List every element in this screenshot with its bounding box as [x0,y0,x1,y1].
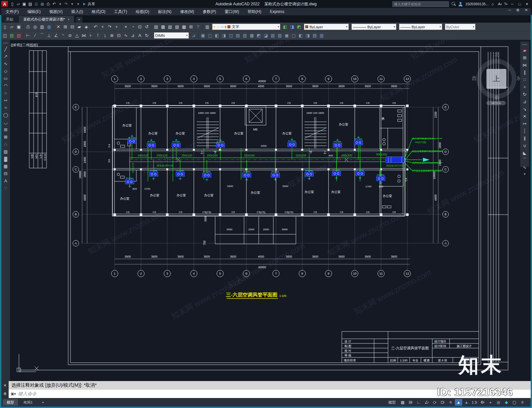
new-file-icon[interactable]: ▯ [1,23,8,30]
viewcube-top-face[interactable]: 上 [486,69,506,89]
polyline-icon[interactable]: ∿ [2,60,9,67]
search-icon[interactable] [451,2,456,6]
redo-drop-icon[interactable]: ▾ [113,23,120,30]
dim-aligned-icon[interactable]: ∕ [32,32,39,39]
open-file-icon[interactable]: ▱ [8,23,15,30]
dim-style-icon[interactable]: ⊿ [190,32,197,39]
open-xref-icon[interactable]: ▥ [241,32,248,39]
calculator-icon[interactable]: ⊞ [188,23,195,30]
dim-arc-icon[interactable]: ⌒ [39,32,46,39]
app-store-icon[interactable] [491,2,496,6]
app-logo[interactable]: A [1,1,8,7]
center-mark-icon[interactable]: ∿ [122,32,129,39]
plot-icon[interactable]: ⎙ [33,1,39,7]
polygon-icon[interactable]: ◇ [2,67,9,75]
delete-scale-icon[interactable]: ▤ [311,32,318,39]
layer-walk-icon[interactable]: ▨ [174,23,181,30]
command-wrench-icon[interactable]: ⚙ [1,390,9,398]
hatch-icon[interactable]: ▨ [2,148,9,155]
tool-palettes-icon[interactable]: ▥ [204,23,211,30]
scale-icon[interactable]: ⊿ [521,98,528,105]
trim-icon[interactable]: ✕ [521,112,528,120]
batch-plot-icon[interactable]: ⎙ [45,1,51,7]
menu-file[interactable]: 文件(F) [1,8,23,15]
layer-combo-arrow[interactable]: ▾ [276,25,279,28]
plot-preview-icon[interactable]: ◎ [32,23,39,30]
match-layer-icon[interactable]: ◩ [296,23,303,30]
divide-point-icon[interactable]: ∵ [2,184,9,192]
search-input[interactable] [392,1,449,7]
layer-merge-icon[interactable]: ▩ [181,23,188,30]
match-properties-icon[interactable]: ▰ [76,23,83,30]
save-file-icon[interactable]: ▣ [21,1,27,7]
tab-start[interactable]: 开始 [1,16,18,23]
publish-icon[interactable]: ▥ [39,23,46,30]
block-editor-icon[interactable]: ◈ [83,23,90,30]
dim-diameter-icon[interactable]: ⊘ [66,32,73,39]
polar-tracking-icon[interactable]: ∠▾ [423,399,430,406]
toolbar-grip[interactable] [522,44,527,45]
doc-restore-button[interactable]: ⧉ [515,8,520,12]
ellipse-icon[interactable]: ◯ [2,111,9,118]
chamfer-icon[interactable]: ◣ [521,149,528,156]
send-under-icon[interactable]: ▢ [290,32,297,39]
layer-states-icon[interactable]: ▦ [160,23,167,30]
dim-spacing-icon[interactable]: ↨ [101,32,108,39]
break-icon[interactable]: ∦ [521,134,528,142]
erase-icon[interactable]: ▰ [521,47,528,54]
sync-scales-icon[interactable]: ▥ [318,32,325,39]
arc-icon[interactable]: ◠ [2,82,9,89]
menu-express[interactable]: Express [266,8,289,15]
viewcube-south[interactable]: 南 [494,95,499,101]
menu-window[interactable]: 窗口(W) [220,8,243,15]
tolerance-icon[interactable]: ⊡ [115,32,122,39]
table-style-icon[interactable]: ▤ [8,32,15,39]
doc-minimize-button[interactable]: ─ [507,8,512,12]
clean-screen-icon[interactable]: ▢ [511,399,518,406]
dim-baseline-icon[interactable]: ⊦ [87,32,94,39]
minimize-button[interactable]: ─ [510,2,515,6]
table-icon[interactable]: ⊟ [2,170,9,177]
share-icon[interactable]: ➤ [81,1,87,7]
save-as-icon[interactable]: ▤ [27,1,33,7]
redo-drop-icon[interactable]: ▾ [69,1,75,7]
ellipse-arc-icon[interactable]: ◡ [2,118,9,126]
move-nested-icon[interactable]: ◨ [220,32,227,39]
dropdown-arrow-icon[interactable]: ▾ [476,401,477,404]
edit-xref-icon[interactable]: ▤ [234,32,241,39]
linetype-combo[interactable]: ———— ByLayer▾ [351,24,396,30]
annotative-scale-icon[interactable]: ◧ [297,32,304,39]
isolate-objects-icon[interactable]: ▢ [206,32,213,39]
zoom-window-icon[interactable]: ⊡ [136,23,143,30]
tab-model[interactable]: 模型 [3,399,18,406]
insert-block-icon[interactable]: ⊞ [2,126,9,133]
command-recent-icon[interactable]: ▣▾ [11,392,16,396]
wipeout-icon[interactable]: ◪ [262,32,269,39]
view-cube[interactable]: 北 西 东 南 上 WCS ▾ [474,52,520,115]
wcs-dropdown[interactable]: WCS ▾ [486,101,506,105]
clip-xref-icon[interactable]: ▦ [248,32,255,39]
offset-icon[interactable]: ∥ [521,69,528,76]
join-icon[interactable]: ∪ [521,142,528,149]
region-icon[interactable]: ▦ [2,162,9,170]
circle-icon[interactable]: ○ [2,89,9,97]
add-scale-icon[interactable]: ◨ [304,32,311,39]
zoom-realtime-icon[interactable]: ◔ [129,23,136,30]
grid-display-icon[interactable]: ▦ [399,399,406,406]
array-icon[interactable]: ∷ [521,76,528,83]
mirror-icon[interactable]: ⋈ [521,61,528,69]
bring-above-icon[interactable]: ▣ [283,32,290,39]
cut-icon[interactable]: ✕ [55,23,62,30]
break-at-point-icon[interactable]: ┆ [521,127,528,134]
dim-ordinate-icon[interactable]: ⊥ [46,32,53,39]
add-layout-button[interactable]: + [38,399,48,406]
redo-icon[interactable]: ↷ [106,23,113,30]
menu-view[interactable]: 视图(V) [45,8,67,15]
fillet-icon[interactable]: ⌒ [521,156,528,164]
gradient-icon[interactable]: ▓ [2,155,9,162]
frame-settings-icon[interactable]: ◩ [255,32,262,39]
dim-edit-icon[interactable]: A [136,32,143,39]
tab-close-icon[interactable]: × [67,18,69,21]
pan-icon[interactable]: ⌖ [122,23,129,30]
undo-icon[interactable]: ↶ [92,23,99,30]
